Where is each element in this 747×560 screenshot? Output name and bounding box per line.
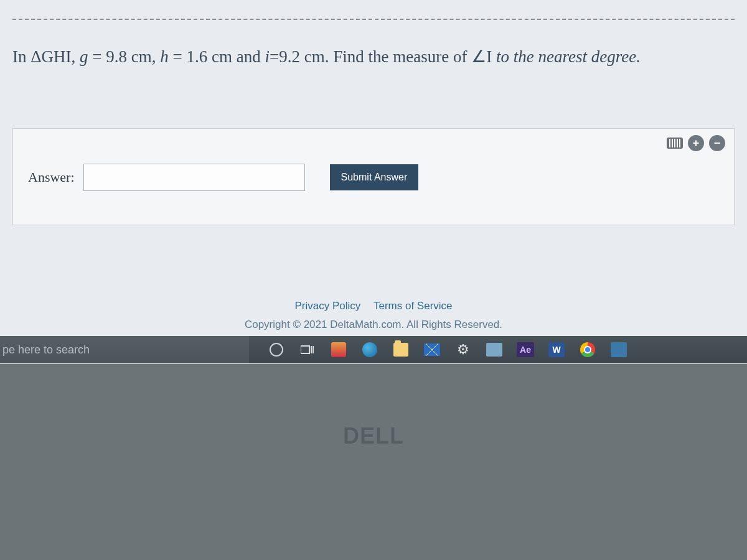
answer-label: Answer: xyxy=(28,169,83,185)
angle-i: ∠I xyxy=(471,47,492,66)
task-view-icon[interactable] xyxy=(299,341,316,358)
tail-italic: to the nearest degree. xyxy=(492,47,641,66)
submit-answer-button[interactable]: Submit Answer xyxy=(330,164,419,190)
settings-icon[interactable]: ⚙ xyxy=(454,341,472,358)
svg-rect-0 xyxy=(301,346,309,353)
edge-browser-icon[interactable] xyxy=(361,341,378,358)
answer-toolbar: + − xyxy=(667,135,725,151)
cortana-icon[interactable] xyxy=(268,341,285,358)
eq-i: =9.2 cm. Find the measure of xyxy=(270,47,471,66)
generic-app-icon[interactable] xyxy=(486,341,503,358)
footer-links: Privacy Policy Terms of Service xyxy=(0,300,747,312)
answer-container: + − Answer: Submit Answer xyxy=(12,128,735,225)
separator-line xyxy=(12,19,735,20)
word-icon[interactable]: W xyxy=(548,341,565,358)
eq-h: = 1.6 cm and xyxy=(169,47,265,66)
search-placeholder: pe here to search xyxy=(2,343,90,357)
taskbar-icons: ⚙ Ae W xyxy=(268,341,627,358)
answer-row: Answer: Submit Answer xyxy=(28,164,418,191)
var-g: g xyxy=(80,47,88,66)
screen-content: In ΔGHI, g = 9.8 cm, h = 1.6 cm and i=9.… xyxy=(0,0,747,364)
triangle-name: ΔGHI, xyxy=(31,47,80,66)
eq-g: = 9.8 cm, xyxy=(88,47,161,66)
file-explorer-icon[interactable] xyxy=(392,341,410,358)
var-h: h xyxy=(160,47,169,66)
terms-of-service-link[interactable]: Terms of Service xyxy=(374,300,453,312)
dell-logo: DELL xyxy=(0,423,747,449)
photos-icon[interactable] xyxy=(610,341,627,358)
after-effects-icon[interactable]: Ae xyxy=(517,341,534,358)
windows-taskbar: pe here to search ⚙ Ae W xyxy=(0,336,747,363)
answer-input[interactable] xyxy=(83,164,305,191)
mail-icon[interactable] xyxy=(423,341,441,358)
question-prefix: In xyxy=(12,47,31,66)
question-text: In ΔGHI, g = 9.8 cm, h = 1.6 cm and i=9.… xyxy=(12,44,735,70)
privacy-policy-link[interactable]: Privacy Policy xyxy=(294,300,360,312)
taskbar-search[interactable]: pe here to search xyxy=(0,336,249,363)
keyboard-icon[interactable] xyxy=(667,138,683,149)
var-i: i xyxy=(265,47,270,66)
copyright-text: Copyright © 2021 DeltaMath.com. All Righ… xyxy=(0,319,747,331)
microsoft-store-icon[interactable] xyxy=(330,341,347,358)
zoom-out-icon[interactable]: − xyxy=(709,135,725,151)
chrome-icon[interactable] xyxy=(579,341,596,358)
zoom-in-icon[interactable]: + xyxy=(688,135,704,151)
